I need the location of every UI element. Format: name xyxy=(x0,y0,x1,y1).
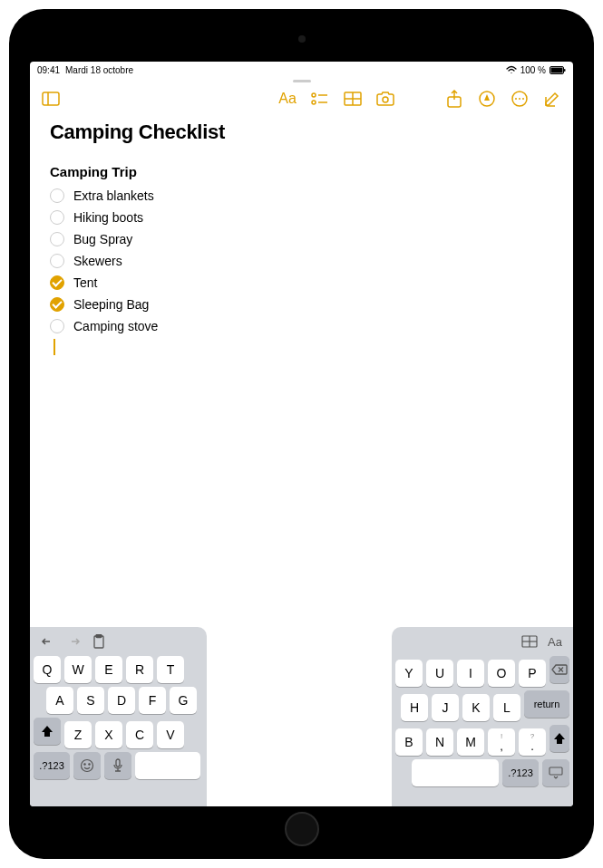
checklist-checkbox[interactable] xyxy=(50,254,64,268)
key-period[interactable]: ?. xyxy=(519,728,546,756)
svg-point-5 xyxy=(312,93,316,97)
dismiss-keyboard-key[interactable] xyxy=(542,759,569,786)
checklist[interactable]: Extra blanketsHiking bootsBug SpraySkewe… xyxy=(50,185,553,337)
checklist-checkbox[interactable] xyxy=(50,188,64,203)
key-n[interactable]: N xyxy=(426,728,453,756)
key-w[interactable]: W xyxy=(64,656,92,683)
checklist-item[interactable]: Skewers xyxy=(50,250,553,272)
shift-key-right[interactable] xyxy=(550,725,569,752)
key-k[interactable]: K xyxy=(462,694,490,721)
key-f[interactable]: F xyxy=(139,687,166,714)
checklist-item[interactable]: Extra blankets xyxy=(50,185,553,207)
svg-point-24 xyxy=(89,764,90,765)
svg-point-23 xyxy=(84,764,85,765)
key-x[interactable]: X xyxy=(95,721,122,748)
checklist-item-label[interactable]: Bug Spray xyxy=(73,232,132,246)
format-text-icon[interactable]: Aa xyxy=(276,87,299,111)
shift-key[interactable] xyxy=(34,718,61,745)
key-o[interactable]: O xyxy=(488,660,515,687)
key-l[interactable]: L xyxy=(493,694,520,721)
checklist-item-label[interactable]: Tent xyxy=(73,275,97,290)
emoji-key[interactable] xyxy=(73,752,101,779)
keyboard-right-half: Aa YUIOP HJKL return BNM!,?. .?123 xyxy=(392,627,573,806)
checklist-item-label[interactable]: Camping stove xyxy=(73,319,158,333)
svg-point-18 xyxy=(522,98,524,100)
checklist-item-label[interactable]: Sleeping Bag xyxy=(73,297,149,312)
key-s[interactable]: S xyxy=(77,687,104,714)
numbers-key-left[interactable]: .?123 xyxy=(34,752,70,779)
checklist-checkbox[interactable] xyxy=(50,232,64,246)
ipad-frame: 09:41 Mardi 18 octobre 100 % Aa xyxy=(9,9,594,859)
checklist-item[interactable]: Bug Spray xyxy=(50,228,553,250)
key-comma[interactable]: !, xyxy=(488,728,515,756)
key-p[interactable]: P xyxy=(519,660,546,687)
text-cursor xyxy=(53,339,55,355)
svg-point-17 xyxy=(519,98,520,100)
more-icon[interactable] xyxy=(508,87,531,111)
camera-icon[interactable] xyxy=(374,87,397,111)
share-icon[interactable] xyxy=(443,87,466,111)
key-g[interactable]: G xyxy=(170,687,197,714)
dictation-key[interactable] xyxy=(104,752,131,779)
format-shortcut-icon[interactable]: Aa xyxy=(546,632,564,651)
return-key[interactable]: return xyxy=(524,690,569,718)
clipboard-icon[interactable] xyxy=(90,632,108,651)
sidebar-toggle-icon[interactable] xyxy=(39,87,63,111)
key-t[interactable]: T xyxy=(157,656,184,683)
checklist-checkbox[interactable] xyxy=(50,275,64,290)
key-r[interactable]: R xyxy=(126,656,153,683)
checklist-item-label[interactable]: Skewers xyxy=(73,254,122,268)
checklist-item[interactable]: Sleeping Bag xyxy=(50,294,553,315)
table-icon[interactable] xyxy=(341,87,365,111)
numbers-key-right[interactable]: .?123 xyxy=(502,759,539,786)
checklist-checkbox[interactable] xyxy=(50,297,64,312)
table-shortcut-icon[interactable] xyxy=(520,632,539,651)
checklist-item[interactable]: Camping stove xyxy=(50,315,553,337)
home-button[interactable] xyxy=(285,812,319,846)
note-title[interactable]: Camping Checklist xyxy=(50,121,553,144)
compose-icon[interactable] xyxy=(540,87,564,111)
checklist-item-label[interactable]: Hiking boots xyxy=(73,210,143,225)
key-u[interactable]: U xyxy=(426,660,453,687)
markup-icon[interactable] xyxy=(475,87,499,111)
key-m[interactable]: M xyxy=(457,728,484,756)
key-h[interactable]: H xyxy=(401,694,428,721)
key-z[interactable]: Z xyxy=(64,721,92,748)
key-j[interactable]: J xyxy=(432,694,459,721)
checklist-checkbox[interactable] xyxy=(50,319,64,333)
svg-rect-31 xyxy=(550,767,562,775)
svg-point-16 xyxy=(515,98,517,100)
svg-point-7 xyxy=(312,101,316,104)
wifi-icon xyxy=(506,65,517,74)
battery-icon xyxy=(550,66,566,74)
space-key-left[interactable] xyxy=(135,752,200,779)
key-b[interactable]: B xyxy=(395,728,423,756)
note-subtitle[interactable]: Camping Trip xyxy=(50,164,553,179)
key-c[interactable]: C xyxy=(126,721,153,748)
checklist-icon[interactable] xyxy=(308,87,332,111)
svg-rect-3 xyxy=(43,92,59,105)
svg-rect-1 xyxy=(551,67,563,72)
battery-percent: 100 % xyxy=(520,65,546,75)
status-date: Mardi 18 octobre xyxy=(65,65,133,75)
svg-rect-25 xyxy=(116,759,120,767)
key-v[interactable]: V xyxy=(157,721,184,748)
key-q[interactable]: Q xyxy=(34,656,61,683)
checklist-checkbox[interactable] xyxy=(50,210,64,225)
undo-icon[interactable] xyxy=(39,632,57,651)
backspace-key[interactable] xyxy=(550,656,569,683)
checklist-item[interactable]: Hiking boots xyxy=(50,207,553,228)
key-a[interactable]: A xyxy=(46,687,73,714)
svg-point-12 xyxy=(383,97,388,102)
note-toolbar: Aa xyxy=(30,82,573,115)
key-d[interactable]: D xyxy=(108,687,135,714)
checklist-item[interactable]: Tent xyxy=(50,272,553,294)
svg-point-22 xyxy=(82,760,93,772)
key-i[interactable]: I xyxy=(457,660,484,687)
key-e[interactable]: E xyxy=(95,656,122,683)
space-key-right[interactable] xyxy=(412,759,499,786)
redo-icon[interactable] xyxy=(64,632,83,651)
key-y[interactable]: Y xyxy=(395,660,423,687)
checklist-item-label[interactable]: Extra blankets xyxy=(73,188,154,203)
front-camera xyxy=(298,35,306,43)
